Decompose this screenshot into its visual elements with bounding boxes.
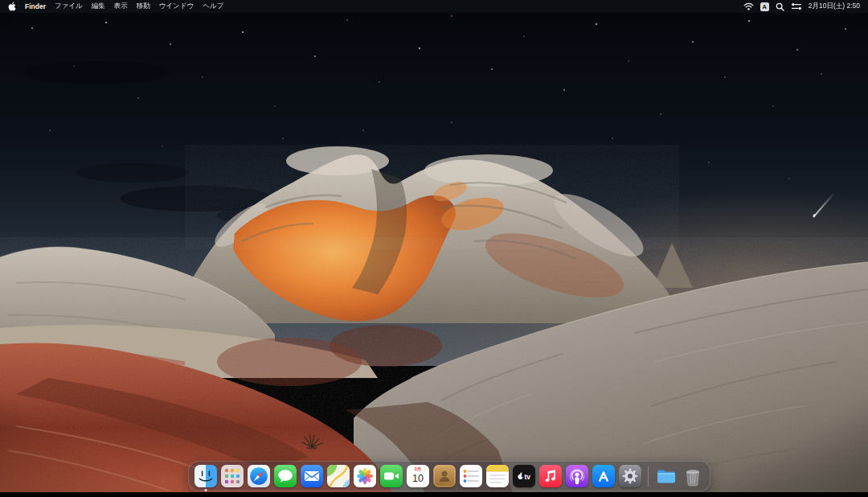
dock-icon-messages[interactable]	[274, 465, 297, 487]
dock-icon-finder[interactable]	[194, 465, 217, 487]
dock-icon-launchpad[interactable]	[221, 465, 244, 487]
input-source-icon[interactable]: A	[760, 2, 769, 11]
menu-item-help[interactable]: ヘルプ	[203, 2, 223, 11]
macos-desktop: { "menu_bar": { "app_name": "Finder", "m…	[0, 0, 868, 497]
active-app-name[interactable]: Finder	[25, 2, 46, 10]
menu-bar-clock[interactable]: 2月10日(土) 2:50	[809, 2, 860, 11]
dock-icon-app-store[interactable]	[592, 465, 615, 487]
dock-icon-mail[interactable]	[301, 465, 323, 487]
dock-icon-contacts[interactable]	[433, 465, 456, 487]
dock-icon-podcasts[interactable]	[566, 465, 588, 487]
dock-icon-apple-tv[interactable]: tv	[513, 465, 535, 487]
dock-icon-downloads-folder[interactable]	[655, 465, 678, 487]
dock-icon-music[interactable]	[539, 465, 562, 487]
calendar-month-label: 2月	[415, 467, 422, 472]
menu-item-go[interactable]: 移動	[137, 2, 150, 11]
dock-icon-maps[interactable]	[327, 465, 350, 487]
menu-item-window[interactable]: ウインドウ	[159, 2, 194, 11]
dock-icon-facetime[interactable]	[380, 465, 403, 487]
control-center-icon[interactable]	[791, 2, 802, 10]
dock-separator	[648, 466, 649, 487]
input-source-label: A	[763, 3, 767, 10]
finder-running-indicator	[205, 489, 207, 491]
dock-icon-photos[interactable]	[354, 465, 376, 487]
apple-tv-label: tv	[524, 473, 530, 481]
menu-item-file[interactable]: ファイル	[55, 2, 83, 11]
menu-item-edit[interactable]: 編集	[92, 2, 105, 11]
dock-icon-notes[interactable]	[486, 465, 509, 487]
dock-icon-calendar[interactable]: 2月 10	[407, 465, 429, 487]
calendar-day-label: 10	[412, 474, 424, 484]
spotlight-search-icon[interactable]	[776, 2, 784, 11]
dock: 2月 10	[188, 461, 710, 491]
menu-bar: Finder ファイル 編集 表示 移動 ウインドウ ヘルプ A 2月10日(土…	[0, 0, 868, 13]
menu-item-view[interactable]: 表示	[114, 2, 128, 11]
wifi-icon[interactable]	[743, 2, 754, 10]
dock-icon-reminders[interactable]	[460, 465, 482, 487]
status-cluster: A 2月10日(土) 2:50	[743, 2, 860, 11]
bottom-letterbox	[0, 492, 868, 497]
dock-icon-system-settings[interactable]	[619, 465, 641, 487]
desktop-wallpaper	[0, 0, 868, 497]
dock-icon-trash[interactable]	[682, 465, 704, 487]
apple-logo-icon[interactable]	[8, 2, 16, 11]
dock-icon-safari[interactable]	[248, 465, 270, 487]
